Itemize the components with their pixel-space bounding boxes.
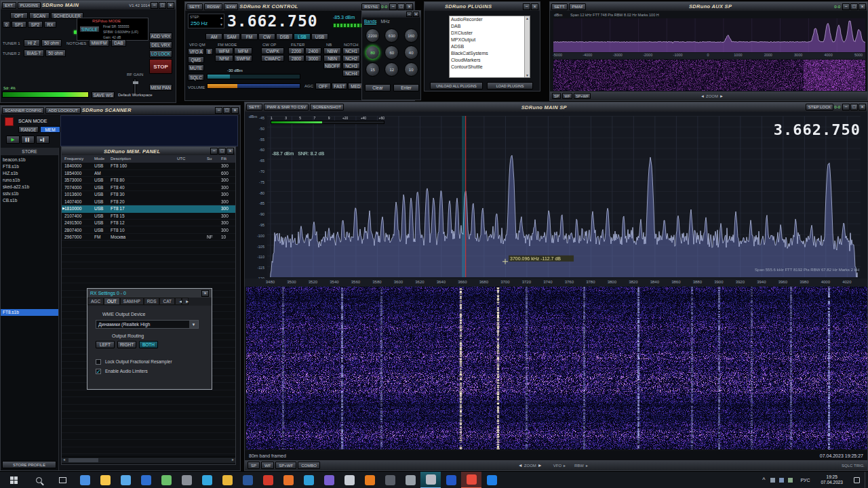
filter-button-3000[interactable]: 3000: [305, 55, 321, 62]
lock-resampler-checkbox[interactable]: [96, 359, 101, 365]
vfo-arrow-icon[interactable]: ►: [563, 464, 566, 468]
minimize-button[interactable]: −: [842, 3, 850, 10]
taskbar-app-discord[interactable]: [319, 472, 339, 488]
step-lock-button[interactable]: STEP LOCK: [806, 104, 834, 110]
taskbar-app-firefox[interactable]: [278, 472, 298, 488]
table-row[interactable]: 2807400USBFT8 10300: [62, 227, 235, 235]
column-header[interactable]: Frequency: [64, 155, 94, 163]
volume-slider[interactable]: [207, 83, 300, 89]
aux-zoom-out-icon[interactable]: ◄: [701, 94, 705, 98]
table-header[interactable]: FrequencyModeDescriptionUTCSuFilt: [62, 155, 235, 163]
table-row[interactable]: 1407400USBFT8 20300: [62, 199, 235, 206]
mode-button-lsb[interactable]: LSB: [294, 33, 311, 40]
taskbar-app-adobe-reader[interactable]: [258, 472, 278, 488]
del-vrx-button[interactable]: DEL VRX: [149, 41, 172, 49]
cw-button-cwafc[interactable]: CWAFC: [261, 55, 284, 62]
plugin-item[interactable]: DXCluster: [450, 30, 524, 37]
scanner-file-item[interactable]: runo.s1b: [1, 177, 58, 184]
biast-button[interactable]: BIAS-T: [24, 49, 44, 57]
sett-button[interactable]: SETT.: [246, 104, 262, 110]
stop-button[interactable]: STOP: [149, 59, 172, 74]
taskbar-app-file-explorer[interactable]: [95, 472, 115, 488]
scanner-titlebar[interactable]: SCANNER CONFIG ADD LOCKOUT SDRuno SCANNE…: [1, 106, 240, 115]
nb-button-nboff[interactable]: NBOFF: [323, 62, 341, 69]
main-titlebar[interactable]: EXT. PLUGINS SDRuno MAIN V1.42 1014 − □ …: [1, 1, 176, 9]
language-indicator[interactable]: РУС: [795, 478, 815, 483]
plugin-item[interactable]: CloudMarkers: [450, 57, 524, 64]
fm-mode-button-wfm[interactable]: WFM: [215, 47, 233, 54]
network-icon[interactable]: [779, 478, 784, 483]
minimize-button[interactable]: −: [151, 2, 158, 9]
table-row[interactable]: 2967000FMМоскваNF10: [62, 234, 235, 241]
rsyn-button[interactable]: RSYN1: [361, 3, 380, 10]
action-center-button[interactable]: [848, 472, 865, 488]
view-button-sppluswf[interactable]: SP+WF: [275, 462, 296, 469]
zoom-in-icon[interactable]: ►: [538, 463, 542, 468]
store-profile-button[interactable]: STORE PROFILE: [2, 461, 56, 468]
filter-button-2800[interactable]: 2800: [288, 55, 304, 62]
close-button[interactable]: ×: [201, 290, 209, 297]
mem-pan-button[interactable]: MEM PAN: [149, 84, 172, 91]
minimize-button[interactable]: −: [523, 3, 530, 10]
plugin-item[interactable]: ADSB: [450, 43, 524, 50]
aux-view-button-wf[interactable]: WF: [562, 93, 572, 99]
plugins-titlebar[interactable]: SDRuno PLUGINS − ×: [425, 2, 540, 11]
lo-lock-button[interactable]: LO LOCK: [149, 50, 172, 58]
band-knob-15[interactable]: 15: [366, 62, 380, 77]
table-row[interactable]: 3573000USBFT8 80300: [62, 177, 235, 184]
plugin-item[interactable]: MPXOutput: [450, 37, 524, 43]
filter-button-2400[interactable]: 2400: [305, 47, 321, 54]
routing-button-right[interactable]: RIGHT: [117, 341, 136, 348]
unload-all-plugins-button[interactable]: UNLOAD ALL PLUGINS: [430, 82, 483, 89]
sett-button[interactable]: SETT.: [186, 3, 203, 10]
scroll-left-icon[interactable]: ◄: [62, 458, 66, 462]
plugins-button[interactable]: PLUGINS: [18, 2, 41, 9]
qms-button[interactable]: QMS: [188, 56, 204, 63]
mode-button-sam[interactable]: SAM: [223, 33, 240, 40]
close-button[interactable]: ×: [167, 2, 174, 9]
aux-waterfall-canvas[interactable]: [553, 60, 865, 91]
scroll-up-icon[interactable]: ▲: [525, 16, 530, 20]
selected-profile-item[interactable]: FT8.s1b: [1, 309, 58, 316]
main-sp-titlebar[interactable]: SETT. PWR & SNR TO CSV SCREENSHOT SDRuno…: [245, 102, 867, 112]
rbw-arrow-icon[interactable]: ►: [585, 464, 589, 468]
maximize-button[interactable]: □: [223, 107, 231, 114]
taskbar-app-vlc[interactable]: [359, 472, 380, 488]
band-knob-12[interactable]: 12: [384, 62, 399, 77]
table-row[interactable]: 1854000AM600: [62, 170, 235, 178]
plugin-item[interactable]: AudioRecorder: [450, 16, 524, 23]
column-header[interactable]: UTC: [177, 155, 207, 163]
rdsw-button[interactable]: RDSW: [204, 3, 222, 10]
load-plugins-button[interactable]: LOAD PLUGINS: [487, 82, 533, 89]
add-vrx-button[interactable]: ADD VRX: [149, 33, 172, 40]
mode-button-dsb[interactable]: DSB: [276, 33, 293, 40]
rx-settings-tab-sam-hp[interactable]: SAM/HP: [120, 298, 144, 305]
show-desktop-button[interactable]: [865, 472, 868, 488]
taskbar-app-word[interactable]: [237, 472, 258, 488]
mode-button-am[interactable]: AM: [205, 33, 222, 40]
taskbar-app-chrome[interactable]: [75, 472, 95, 488]
scanner-file-item[interactable]: FT8.s1b: [1, 163, 58, 170]
band-knob-630[interactable]: 630: [384, 28, 399, 43]
plugins-scrollbar[interactable]: ▲ ▼: [524, 16, 530, 77]
plugin-listbox[interactable]: AudioRecorderDABDXClusterMPXOutputADSBBl…: [449, 16, 530, 78]
sett-button[interactable]: SETT.: [551, 3, 568, 10]
scanner-file-item[interactable]: HiZ.s1b: [1, 170, 58, 177]
maximize-button[interactable]: □: [850, 104, 858, 110]
rx-settings-tab-rds[interactable]: RDS: [144, 298, 160, 305]
plugin-item[interactable]: DAB: [450, 23, 524, 30]
defender-icon[interactable]: [788, 478, 793, 483]
waterfall-canvas[interactable]: [246, 287, 867, 449]
table-row[interactable]: 2107400USBFT8 15300: [62, 213, 235, 220]
agc-button-fast[interactable]: FAST: [332, 83, 347, 89]
sp1-button[interactable]: SP1: [12, 21, 26, 28]
mem-panel-titlebar[interactable]: SDRuno MEM. PANEL − □ ×: [62, 147, 235, 155]
column-header[interactable]: Filt: [221, 155, 236, 163]
minimize-button[interactable]: −: [210, 148, 218, 155]
table-row[interactable]: 1013600USBFT8 30300: [62, 191, 235, 199]
ext-button[interactable]: EXT.: [2, 2, 16, 9]
tray-chevron-icon[interactable]: ^: [759, 476, 768, 483]
dialer-tab-mhz[interactable]: MHz: [380, 19, 389, 24]
scanner-file-item[interactable]: sked-a22.s1b: [1, 184, 58, 190]
table-row[interactable]: 2491500USBFT8 12300: [62, 220, 235, 227]
